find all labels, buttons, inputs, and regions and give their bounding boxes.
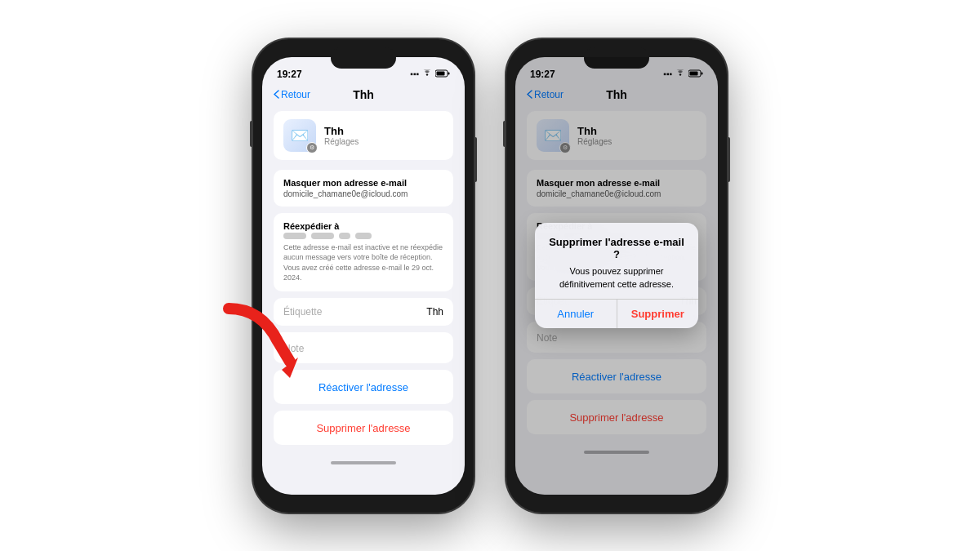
alert-cancel-button[interactable]: Annuler (535, 300, 617, 328)
alert-content: Supprimer l'adresse e-mail ? Vous pouvez… (535, 223, 698, 299)
alert-buttons: Annuler Supprimer (535, 299, 698, 328)
status-time-1: 19:27 (277, 69, 302, 80)
alert-overlay: Supprimer l'adresse e-mail ? Vous pouvez… (515, 57, 718, 495)
screen-1: 19:27 ▪▪▪ Retour Thh (262, 57, 465, 495)
signal-icon: ▪▪▪ (410, 69, 419, 78)
wifi-icon (422, 69, 432, 79)
red-arrow (212, 292, 310, 390)
app-icon-1: ✉️ ⚙ (283, 119, 316, 152)
phone-2: 19:27 ▪▪▪ Retour Thh ✉️ (506, 39, 727, 513)
app-badge-1: ⚙ (306, 142, 318, 153)
forward-value-1 (283, 233, 443, 239)
home-indicator-1 (331, 461, 396, 464)
app-header-1: ✉️ ⚙ Thh Réglages (274, 111, 453, 160)
hide-email-section-1: Masquer mon adresse e-mail domicile_cham… (274, 170, 453, 207)
blur-4 (355, 233, 372, 239)
blur-3 (339, 233, 350, 239)
content-1: ✉️ ⚙ Thh Réglages Masquer mon adresse e-… (262, 106, 465, 456)
dynamic-island-1 (331, 47, 396, 69)
forward-section-1: Réexpédier à Cette adresse e-mail est in… (274, 213, 453, 291)
nav-title-1: Thh (353, 88, 374, 101)
screen-2: 19:27 ▪▪▪ Retour Thh ✉️ (515, 57, 718, 495)
delete-section-1[interactable]: Supprimer l'adresse (274, 411, 453, 445)
back-button-1[interactable]: Retour (274, 89, 310, 100)
alert-confirm-button[interactable]: Supprimer (617, 300, 699, 328)
svg-rect-3 (437, 71, 445, 75)
app-info-1: Thh Réglages (324, 125, 359, 146)
alert-message: Vous pouvez supprimer définitivement cet… (548, 265, 685, 291)
alert-title: Supprimer l'adresse e-mail ? (548, 236, 685, 260)
nav-bar-1: Retour Thh (262, 83, 465, 106)
svg-rect-2 (448, 72, 450, 74)
blur-2 (311, 233, 334, 239)
phone-1: 19:27 ▪▪▪ Retour Thh (253, 39, 474, 513)
blur-1 (283, 233, 306, 239)
battery-icon (435, 69, 450, 79)
status-icons-1: ▪▪▪ (410, 69, 450, 79)
alert-box: Supprimer l'adresse e-mail ? Vous pouvez… (535, 223, 698, 328)
